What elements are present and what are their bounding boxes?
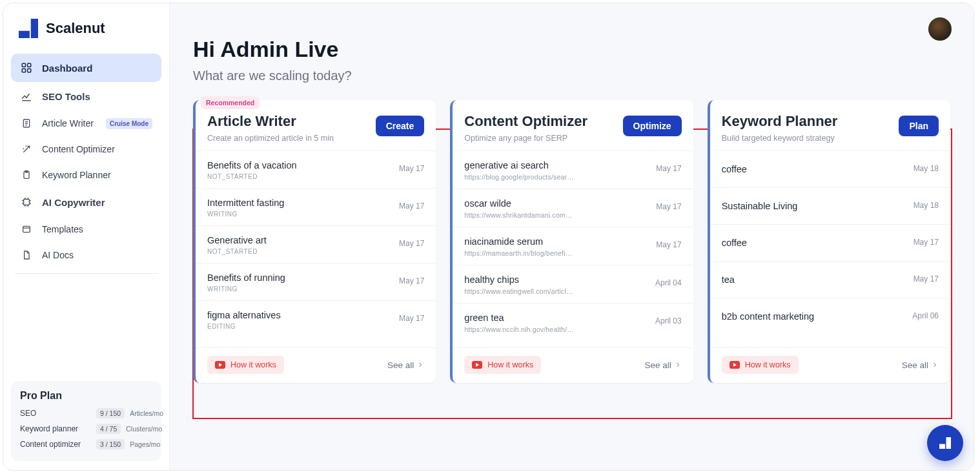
sidebar-item-label: Article Writer [42,118,94,129]
plan-row-seo: SEO 9 / 150 Articles/mo [20,408,152,418]
create-button[interactable]: Create [376,116,425,136]
list-item[interactable]: Sustainable Living May 18 [710,187,950,224]
list-item[interactable]: healthy chipshttps://www.eatingwell.com/… [453,265,693,303]
youtube-icon [215,361,225,369]
see-all-link[interactable]: See all [387,360,424,370]
svg-rect-11 [939,444,945,449]
page-subtitle: What are we scaling today? [193,68,950,83]
card-keyword-planner: Keyword Planner Build targeted keyword s… [708,100,950,383]
see-all-link[interactable]: See all [644,360,681,370]
list-item[interactable]: green teahttps://www.nccih.nih.gov/healt… [453,303,693,341]
sidebar-item-label: AI Copywriter [42,197,105,208]
sidebar-item-dashboard[interactable]: Dashboard [11,54,161,82]
chevron-right-icon [416,361,424,369]
sidebar-item-label: Keyword Planner [42,170,111,180]
plan-card: Pro Plan SEO 9 / 150 Articles/mo Keyword… [11,381,161,461]
how-it-works-button[interactable]: How it works [464,356,541,374]
svg-rect-4 [22,69,25,72]
logo-icon [937,435,953,451]
svg-rect-0 [19,31,30,38]
list-item[interactable]: niacinamide serumhttps://mamaearth.in/bl… [453,227,693,265]
chevron-right-icon [674,361,682,369]
chip-icon [20,196,33,209]
list-item[interactable]: oscar wildehttps://www.shrikantdamani.co… [453,189,693,227]
plan-row-content: Content optimizer 3 / 150 Pages/mo [20,439,152,449]
chevron-right-icon [931,361,939,369]
brand[interactable]: Scalenut [11,15,161,54]
plan-row-keyword: Keyword planner 4 / 75 Clusters/mo [20,424,152,434]
svg-rect-12 [946,437,952,449]
card-list: generative ai searchhttps://blog.google/… [453,150,693,341]
main-content: Hi Admin Live What are we scaling today?… [170,3,974,470]
list-item[interactable]: Intermittent fastingWRITING May 17 [196,188,436,225]
svg-rect-3 [28,63,31,67]
logo-icon [19,19,38,38]
sidebar-item-label: Dashboard [42,63,92,74]
plan-button[interactable]: Plan [899,116,939,136]
svg-rect-10 [23,226,30,232]
card-list: coffee May 18 Sustainable Living May 18 … [710,150,950,335]
page-title: Hi Admin Live [193,37,950,62]
card-article-writer: Recommended Article Writer Create an opt… [193,100,436,383]
youtube-icon [472,361,482,369]
list-item[interactable]: Generative artNOT_STARTED May 17 [196,225,436,263]
sidebar-item-content-optimizer[interactable]: Content Optimizer [11,136,161,162]
document-icon [20,117,33,130]
avatar[interactable] [928,17,952,41]
sidebar-item-label: Templates [42,224,83,234]
nav-divider [15,273,158,274]
recommended-badge: Recommended [201,96,260,109]
card-list: Benefits of a vacationNOT_STARTED May 17… [196,150,436,338]
list-item[interactable]: Benefits of a vacationNOT_STARTED May 17 [196,150,436,188]
list-item[interactable]: Benefits of runningWRITING May 17 [196,263,436,300]
sidebar-item-keyword-planner[interactable]: Keyword Planner [11,162,161,188]
list-item[interactable]: coffee May 17 [710,224,950,261]
sidebar-item-seo-tools[interactable]: SEO Tools [11,82,161,110]
sidebar-item-article-writer[interactable]: Article Writer Cruise Mode [11,110,161,136]
sidebar-item-ai-docs[interactable]: AI Docs [11,242,161,268]
cards-row: Recommended Article Writer Create an opt… [193,100,950,383]
magic-icon [20,143,33,156]
svg-rect-5 [28,69,31,72]
sidebar: Scalenut Dashboard SEO Tools Article Wri… [3,3,170,470]
youtube-icon [730,361,740,369]
sidebar-item-label: Content Optimizer [42,144,115,154]
list-item[interactable]: generative ai searchhttps://blog.google/… [453,150,693,189]
how-it-works-button[interactable]: How it works [207,356,284,374]
sidebar-item-label: AI Docs [42,250,74,260]
plan-title: Pro Plan [20,390,152,402]
card-title: Article Writer [207,113,334,130]
card-content-optimizer: Content Optimizer Optimize any page for … [450,100,693,383]
card-desc: Create an optimized article in 5 min [207,134,334,143]
chat-fab[interactable] [927,425,963,461]
clipboard-icon [20,169,33,181]
list-item[interactable]: b2b content marketing April 06 [710,298,950,335]
sidebar-item-ai-copywriter[interactable]: AI Copywriter [11,188,161,216]
brand-name: Scalenut [46,20,105,37]
svg-rect-2 [22,63,25,67]
dashboard-icon [20,61,33,74]
list-item[interactable]: figma alternativesEDITING May 17 [196,300,436,338]
templates-icon [20,223,33,236]
card-desc: Optimize any page for SERP [464,134,587,143]
nav: Dashboard SEO Tools Article Writer Cruis… [11,54,161,280]
svg-rect-9 [24,200,30,205]
card-title: Content Optimizer [464,113,587,130]
optimize-button[interactable]: Optimize [623,116,682,136]
sidebar-item-label: SEO Tools [42,91,90,102]
sidebar-item-templates[interactable]: Templates [11,216,161,242]
cruise-mode-badge: Cruise Mode [106,118,152,129]
list-item[interactable]: coffee May 18 [710,150,950,187]
docs-icon [20,249,33,262]
chart-icon [20,90,33,103]
how-it-works-button[interactable]: How it works [722,356,799,374]
card-desc: Build targeted keyword strategy [722,134,838,143]
svg-rect-1 [31,19,38,38]
see-all-link[interactable]: See all [902,360,939,370]
card-title: Keyword Planner [722,113,838,130]
list-item[interactable]: tea May 17 [710,261,950,298]
